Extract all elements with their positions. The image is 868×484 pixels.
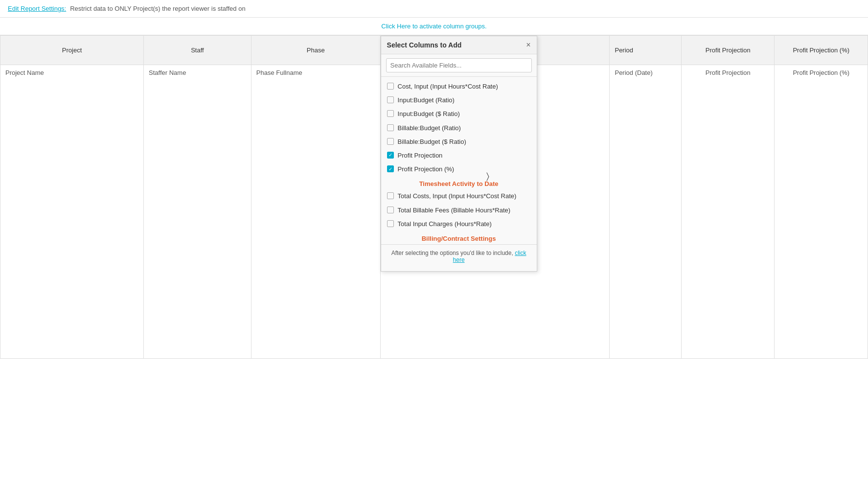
section-header-billing: Billing/Contract Settings [381, 231, 537, 244]
column-header-profit-projection: Profit Projection [681, 36, 774, 65]
checkbox-cost-input[interactable] [387, 83, 394, 90]
cell-profit-projection-pct: Profit Projection (%) [775, 65, 868, 359]
cell-profit-projection: Profit Projection [681, 65, 774, 359]
activate-column-groups-bar[interactable]: Click Here to activate column groups. [0, 18, 868, 35]
checkbox-total-costs-input[interactable] [387, 192, 394, 199]
top-bar: Edit Report Settings: Restrict data to O… [0, 0, 868, 35]
cell-staffer-name: Staffer Name [144, 65, 251, 359]
select-columns-dropdown: Select Columns to Add × Cost, Input (Inp… [381, 36, 537, 272]
field-label-input-budget-dollar: Input:Budget ($ Ratio) [398, 110, 460, 118]
fields-list: Cost, Input (Input Hours*Cost Rate) Inpu… [381, 77, 537, 271]
checkbox-input-budget-ratio[interactable] [387, 96, 394, 103]
field-label-billable-budget-ratio: Billable:Budget (Ratio) [398, 124, 461, 133]
field-label-input-budget-ratio: Input:Budget (Ratio) [398, 96, 455, 105]
field-label-total-costs-input: Total Costs, Input (Input Hours*Cost Rat… [398, 192, 517, 201]
field-item-billable-budget-ratio[interactable]: Billable:Budget (Ratio) [381, 121, 537, 135]
field-label-cost-input: Cost, Input (Input Hours*Cost Rate) [398, 82, 498, 91]
field-label-total-input-charges: Total Input Charges (Hours*Rate) [398, 220, 492, 229]
column-header-select: Select Columns to Add × Cost, Input (Inp… [380, 36, 610, 65]
checkbox-billable-budget-ratio[interactable] [387, 124, 394, 131]
checkbox-billable-budget-dollar[interactable] [387, 138, 394, 145]
table-header-row: Project Staff Phase Select Columns to Ad… [0, 36, 868, 65]
main-table-wrapper: Project Staff Phase Select Columns to Ad… [0, 35, 868, 359]
section-header-timesheet: Timesheet Activity to Date [381, 176, 537, 189]
field-item-total-input-charges[interactable]: Total Input Charges (Hours*Rate) [381, 217, 537, 231]
main-table: Project Staff Phase Select Columns to Ad… [0, 35, 868, 359]
cell-phase-fullname: Phase Fullname [251, 65, 380, 359]
column-header-period: Period [610, 36, 682, 65]
field-item-profit-projection[interactable]: Profit Projection [381, 149, 537, 162]
column-header-staff: Staff [144, 36, 251, 65]
checkbox-total-billable-fees[interactable] [387, 207, 394, 213]
field-item-input-budget-dollar[interactable]: Input:Budget ($ Ratio) [381, 107, 537, 121]
cell-period-date: Period (Date) [610, 65, 682, 359]
column-header-phase: Phase [251, 36, 380, 65]
field-item-profit-projection-pct[interactable]: Profit Projection (%) The projected prof… [381, 162, 537, 176]
search-box [381, 54, 537, 77]
field-item-total-costs-input[interactable]: Total Costs, Input (Input Hours*Cost Rat… [381, 189, 537, 203]
cell-project-name: Project Name [0, 65, 144, 359]
field-item-input-budget-ratio[interactable]: Input:Budget (Ratio) [381, 93, 537, 107]
report-settings-description: Restrict data to ONLY Project(s) the rep… [70, 5, 245, 12]
field-item-cost-input[interactable]: Cost, Input (Input Hours*Cost Rate) [381, 80, 537, 93]
column-header-project: Project [0, 36, 144, 65]
edit-report-settings-link[interactable]: Edit Report Settings: [8, 5, 66, 12]
after-select-text: After selecting the options you'd like t… [381, 244, 537, 268]
checkbox-profit-projection[interactable] [387, 152, 394, 159]
search-input[interactable] [386, 58, 532, 72]
field-label-billable-budget-dollar: Billable:Budget ($ Ratio) [398, 138, 466, 146]
close-dropdown-button[interactable]: × [526, 41, 530, 49]
checkbox-profit-projection-pct[interactable] [387, 165, 394, 172]
field-item-total-billable-fees[interactable]: Total Billable Fees (Billable Hours*Rate… [381, 204, 537, 217]
field-label-profit-projection-pct: Profit Projection (%) [398, 165, 455, 174]
field-item-billable-budget-dollar[interactable]: Billable:Budget ($ Ratio) [381, 135, 537, 149]
dropdown-header: Select Columns to Add × [381, 36, 537, 54]
after-text-prefix: After selecting the options you'd like t… [391, 250, 513, 256]
field-label-total-billable-fees: Total Billable Fees (Billable Hours*Rate… [398, 206, 511, 215]
checkbox-input-budget-dollar[interactable] [387, 110, 394, 117]
field-label-profit-projection: Profit Projection [398, 151, 443, 160]
dropdown-title: Select Columns to Add [387, 41, 462, 49]
column-header-profit-projection-pct: Profit Projection (%) [775, 36, 868, 65]
checkbox-total-input-charges[interactable] [387, 220, 394, 227]
